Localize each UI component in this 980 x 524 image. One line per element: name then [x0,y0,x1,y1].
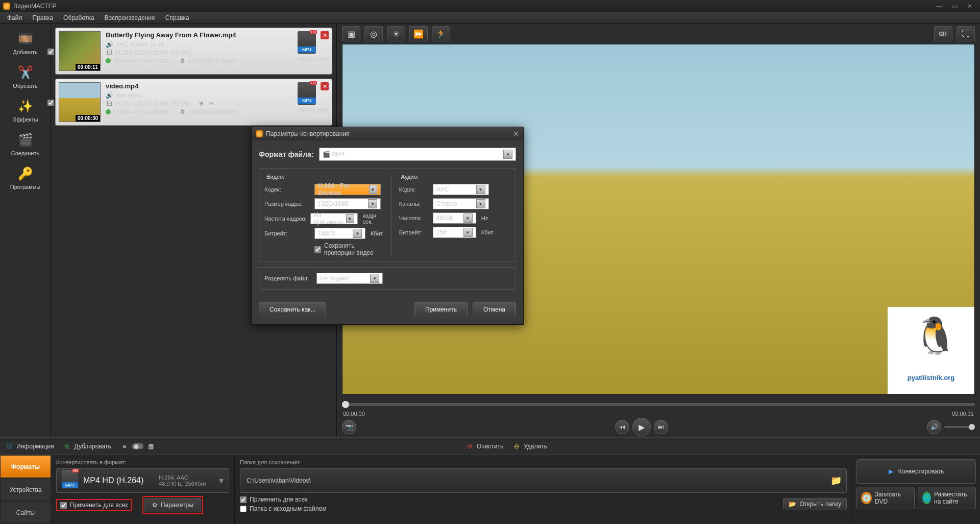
close-button[interactable]: ✕ [963,2,977,11]
menu-help[interactable]: Справка [160,13,194,23]
tab-devices[interactable]: Устройства [0,478,51,501]
dialog-title: Параметры конвертирования [266,130,350,137]
file-title: Butterfly Flying Away From A Flower.mp4 [106,31,292,39]
maximize-button[interactable]: ▭ [947,2,962,11]
file-thumbnail: 00:00:30 [59,82,101,122]
quality-text: Отличное качество [114,57,168,64]
watermark: pyatilistnik.org [888,307,974,394]
video-bitrate-select[interactable]: 15000▾ [314,228,365,239]
add-button[interactable]: 🎞️Добавить [2,28,48,58]
fullscreen-button[interactable]: ⛶ [957,26,975,41]
volume-knob[interactable] [969,424,975,430]
audio-bitrate-select[interactable]: 256▾ [433,227,476,238]
convert-to-label: Конвертировать в формат: [56,459,229,465]
file-item[interactable]: 00:00:30 video.mp4 🔊Без звука 🎞H.264 (19… [55,79,332,126]
file-format-select[interactable]: 🎬MP4▾ [319,148,516,161]
remove-file-button[interactable]: ✕ [321,31,329,39]
format-sub2: 48,0 KHz, 256Кбит [159,481,207,487]
crop-button[interactable]: ▣ [342,26,360,41]
trim-button[interactable]: ✂️Обрезать [2,61,48,92]
effects-button[interactable]: ✨Эффекты [2,95,48,126]
file-checkbox[interactable] [47,49,54,55]
join-button[interactable]: 🎬Соединить [2,129,48,159]
action-bar: ⓘИнформация ⎘Дублировать ≡⬤○▦ ⊘Очистить … [0,437,980,455]
menu-edit[interactable]: Правка [28,13,59,23]
split-select[interactable]: Не задано▾ [316,273,383,284]
convert-button[interactable]: ▶Конвертировать [856,459,976,484]
keep-aspect-checkbox[interactable]: Сохранять пропорции видео [314,242,384,256]
add-label: Добавить [13,49,38,55]
channels-select[interactable]: Стерео▾ [433,198,489,209]
volume-slider[interactable] [944,426,975,428]
audio-codec-select[interactable]: AAC▾ [433,184,489,195]
film-icon: 🎞 [106,100,113,107]
info-button[interactable]: ⓘИнформация [5,442,54,450]
fps-select[interactable]: Из оригинала▾ [310,213,358,224]
open-folder-button[interactable]: 📂Открыть папку [783,498,847,510]
brightness-button[interactable]: ☀ [387,26,405,41]
film-icon: 🎞 [106,49,113,56]
enhance-button[interactable]: ◎ [364,26,383,41]
save-as-button[interactable]: Сохранить как... [259,302,326,317]
upload-button[interactable]: 🌐Разместить на сайте [918,487,976,509]
mp4-icon: HD [298,82,316,105]
source-folder-checkbox[interactable]: Папка с исходным файлом [240,505,327,512]
snapshot-button[interactable]: 📷 [342,420,356,434]
menu-process[interactable]: Обработка [58,13,100,23]
file-title: video.mp4 [106,82,292,90]
apply-all-checkbox[interactable]: Применить для всех [56,499,132,511]
mute-button[interactable]: 🔊 [927,420,941,434]
menu-playback[interactable]: Воспроизведение [100,13,160,23]
save-folder-label: Папка для сохранения: [240,459,847,465]
chevron-down-icon: ▾ [353,229,362,238]
list-icon: ≡ [120,442,129,450]
frame-size-select[interactable]: 1920x1080▾ [314,198,381,209]
remove-file-button[interactable]: ✕ [321,82,329,90]
run-button[interactable]: 🏃 [432,26,450,41]
programs-button[interactable]: 🔑Программы [2,162,48,193]
dialog-close-button[interactable]: ✕ [513,130,519,138]
params-button[interactable]: ⚙Параметры [144,498,201,512]
apply-button[interactable]: Применить [414,302,468,317]
file-item[interactable]: 00:00:11 Butterfly Flying Away From A Fl… [55,28,332,75]
a-bitrate-label: Битрейт: [399,229,430,235]
playback-controls: 📷 ⏮ ▶ ⏭ 🔊 [337,417,980,437]
trim-label: Обрезать [13,83,38,89]
freq-select[interactable]: 48000▾ [433,212,476,224]
browse-folder-button[interactable]: 📁 [829,473,843,488]
format-selector[interactable]: HD MP4 HD (H.264) H.264, AAC 48,0 KHz, 2… [56,468,229,493]
file-thumbnail: 00:00:11 [59,31,101,71]
play-button[interactable]: ▶ [632,418,651,436]
seek-knob[interactable] [342,401,349,408]
seek-track[interactable] [342,403,975,406]
video-heading: Видео: [266,174,384,180]
delete-button[interactable]: ⊖Удалить [512,442,547,450]
settings-link[interactable]: Настройки видео [189,57,238,64]
duration-badge: 00:00:30 [76,115,100,122]
duration-badge: 00:00:11 [76,64,100,70]
audio-icon: 🔊 [106,92,113,99]
menu-file[interactable]: Файл [2,13,28,23]
clear-button[interactable]: ⊘Очистить [465,442,503,450]
gif-button[interactable]: GIF [934,26,952,41]
link-icon: 🎬 [17,132,34,148]
view-toggle[interactable]: ≡⬤○▦ [120,442,155,450]
tab-sites[interactable]: Сайты [0,501,51,524]
file-checkbox[interactable] [47,100,54,106]
apply-all-2-checkbox[interactable]: Применить для всех [240,496,327,503]
dialog-titlebar[interactable]: Параметры конвертирования ✕ [252,127,523,140]
next-button[interactable]: ⏭ [654,420,668,434]
watermark-text: pyatilistnik.org [908,374,954,382]
burn-dvd-button[interactable]: 💿Записать DVD [856,487,915,509]
cancel-button[interactable]: Отмена [473,302,516,317]
duplicate-button[interactable]: ⎘Дублировать [63,442,111,450]
tab-formats[interactable]: Форматы [0,455,51,478]
settings-link[interactable]: Настройки видео [189,108,238,115]
app-icon [256,130,263,137]
prev-button[interactable]: ⏮ [615,420,629,434]
video-codec-select[interactable]: H.264 - For Devices▾ [314,184,381,195]
a-codec-label: Кодек: [399,186,430,193]
save-path[interactable]: C:\Users\vaban\Videos\📁 [240,468,847,493]
minimize-button[interactable]: — [932,2,946,11]
speed-button[interactable]: ⏩ [409,26,428,41]
